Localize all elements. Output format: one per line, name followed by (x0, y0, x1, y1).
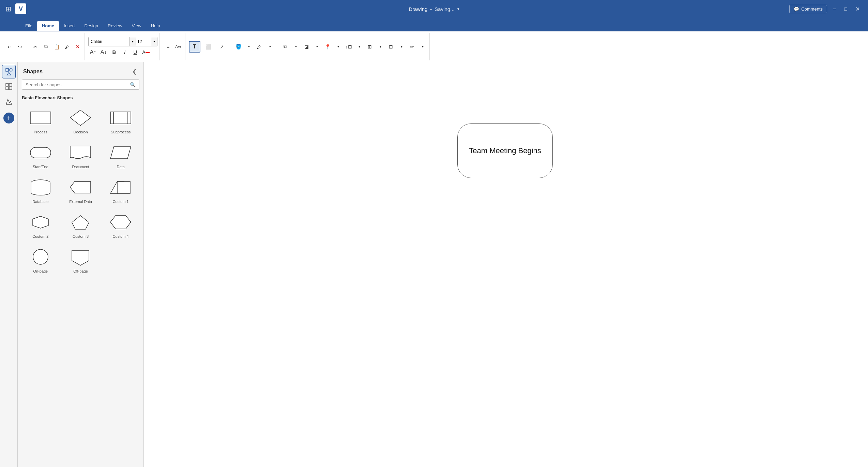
draw-button[interactable]: ✏ (407, 42, 417, 51)
menu-item-help[interactable]: Help (146, 21, 165, 31)
shadow-button[interactable]: ◪ (302, 42, 311, 51)
shapes-header: Shapes ❮ (18, 62, 143, 79)
sidebar-icon-shapes[interactable] (2, 65, 16, 78)
title-dropdown-arrow[interactable]: ▾ (457, 7, 459, 11)
fill-dropdown-button[interactable]: ▾ (244, 42, 254, 51)
shape-item-database[interactable]: Database (22, 174, 59, 206)
font-size-dropdown[interactable]: ▾ (151, 37, 157, 46)
menu-item-insert[interactable]: Insert (59, 21, 80, 31)
shape-item-subprocess[interactable]: Subprocess (102, 104, 139, 136)
menu-item-design[interactable]: Design (80, 21, 103, 31)
svg-rect-7 (30, 112, 51, 124)
undo-button[interactable]: ↩ (5, 42, 14, 51)
text-shape-group: T ⬜ ↗ (187, 33, 230, 60)
ribbon: ↩ ↪ ✂ ⧉ 📋 🖌 ✕ ▾ ▾ A↑ A↓ B I U A ≡ A⇔ (0, 31, 868, 62)
sidebar-icon-stencils[interactable] (2, 95, 16, 108)
app-logo-letter: V (19, 5, 23, 13)
saving-status: Saving... (435, 6, 454, 12)
shrink-text-button[interactable]: A⇔ (173, 42, 183, 51)
text-color-button[interactable]: A (141, 48, 151, 57)
draw-dropdown-button[interactable]: ▾ (418, 42, 427, 51)
cut-button[interactable]: ✂ (31, 42, 40, 51)
increase-font-button[interactable]: A↑ (88, 48, 98, 57)
shape-item-custom2[interactable]: Custom 2 (22, 209, 59, 241)
shape-item-custom3[interactable]: Custom 3 (62, 209, 100, 241)
fill-color-button[interactable]: 🪣 (233, 42, 243, 51)
paragraph-group: ≡ A⇔ (161, 33, 185, 60)
arrange-button[interactable]: ⧉ (280, 42, 290, 51)
clear-button[interactable]: ✕ (73, 42, 82, 51)
highlight-button[interactable]: 🖊 (255, 42, 264, 51)
menu-item-view[interactable]: View (127, 21, 146, 31)
shape-item-decision[interactable]: Decision (62, 104, 100, 136)
shape-label-document: Document (72, 165, 89, 169)
shapes-content: Basic Flowchart Shapes Process Decision (18, 94, 143, 467)
group-dropdown-button[interactable]: ▾ (376, 42, 385, 51)
canvas-area[interactable]: Team Meeting Begins (144, 62, 868, 467)
font-name-input[interactable] (89, 39, 130, 45)
minimize-icon[interactable]: − (830, 4, 839, 14)
bold-button[interactable]: B (109, 48, 119, 57)
app-grid-icon[interactable]: ⊞ (5, 5, 11, 13)
bring-forward-dropdown-button[interactable]: ▾ (354, 42, 364, 51)
shapes-panel: Shapes ❮ 🔍 Basic Flowchart Shapes Proces… (18, 62, 144, 467)
sidebar-icons: + (0, 62, 18, 467)
copy-button[interactable]: ⧉ (41, 42, 51, 51)
shadow-dropdown-button[interactable]: ▾ (312, 42, 322, 51)
position-dropdown-button[interactable]: ▾ (333, 42, 343, 51)
shape-label-subprocess: Subprocess (111, 130, 131, 134)
add-shapes-button[interactable]: + (3, 113, 14, 123)
font-size-input[interactable] (136, 39, 151, 45)
shape-item-external-data[interactable]: External Data (62, 174, 100, 206)
align-tools-dropdown-button[interactable]: ▾ (397, 42, 406, 51)
decrease-font-button[interactable]: A↓ (99, 48, 108, 57)
shape-label-onpage: On-page (33, 269, 48, 273)
align-button[interactable]: ≡ (163, 42, 173, 51)
underline-button[interactable]: U (131, 48, 140, 57)
comments-button[interactable]: 💬 Comments (789, 5, 827, 13)
shape-item-onpage[interactable]: On-page (22, 244, 59, 276)
font-group: ▾ ▾ A↑ A↓ B I U A (86, 33, 160, 60)
search-input[interactable] (26, 82, 127, 87)
text-box-button[interactable]: T (189, 41, 200, 53)
position-button[interactable]: 📍 (323, 42, 332, 51)
italic-button[interactable]: I (120, 48, 130, 57)
close-icon[interactable]: ✕ (853, 4, 863, 14)
shapes-close-button[interactable]: ❮ (131, 67, 138, 76)
shape-item-custom1[interactable]: Custom 1 (102, 174, 139, 206)
alignment-row: ≡ A⇔ (163, 42, 183, 51)
bring-forward-button[interactable]: ↑⊞ (344, 42, 353, 51)
font-name-dropdown[interactable]: ▾ (130, 37, 136, 46)
shape-item-document[interactable]: Document (62, 139, 100, 171)
shape-item-data[interactable]: Data (102, 139, 139, 171)
shape-item-process[interactable]: Process (22, 104, 59, 136)
svg-marker-8 (70, 110, 91, 126)
connector-button[interactable]: ↗ (216, 41, 228, 53)
arrange-dropdown-button[interactable]: ▾ (291, 42, 301, 51)
drawing-canvas[interactable]: Team Meeting Begins (144, 62, 868, 467)
shape-item-custom4[interactable]: Custom 4 (102, 209, 139, 241)
shape-item-startend[interactable]: Start/End (22, 139, 59, 171)
title-bar: ⊞ V Drawing - Saving... ▾ 💬 Comments − □… (0, 0, 868, 18)
menu-item-file[interactable]: File (20, 21, 37, 31)
group-button[interactable]: ⊞ (365, 42, 375, 51)
sidebar-icon-templates[interactable] (2, 80, 16, 93)
canvas-shape-team-meeting[interactable]: Team Meeting Begins (457, 123, 553, 178)
shape-outline-button[interactable]: ⬜ (202, 41, 214, 53)
menu-bar: File Home Insert Design Review View Help (0, 18, 868, 31)
format-painter-button[interactable]: 🖌 (62, 42, 72, 51)
clipboard-group: ✂ ⧉ 📋 🖌 ✕ (29, 33, 85, 60)
maximize-icon[interactable]: □ (842, 5, 850, 13)
redo-button[interactable]: ↪ (15, 42, 25, 51)
app-name: Drawing (409, 6, 427, 12)
shape-item-offpage[interactable]: Off-page (62, 244, 100, 276)
title-bar-right: 💬 Comments − □ ✕ (789, 4, 863, 14)
search-box: 🔍 (22, 79, 139, 90)
search-icon[interactable]: 🔍 (130, 82, 136, 87)
shapes-grid: Process Decision Subprocess (22, 104, 139, 276)
menu-item-review[interactable]: Review (103, 21, 127, 31)
highlight-dropdown-button[interactable]: ▾ (265, 42, 275, 51)
menu-item-home[interactable]: Home (37, 21, 59, 31)
paste-button[interactable]: 📋 (52, 42, 61, 51)
align-tools-button[interactable]: ⊟ (386, 42, 396, 51)
